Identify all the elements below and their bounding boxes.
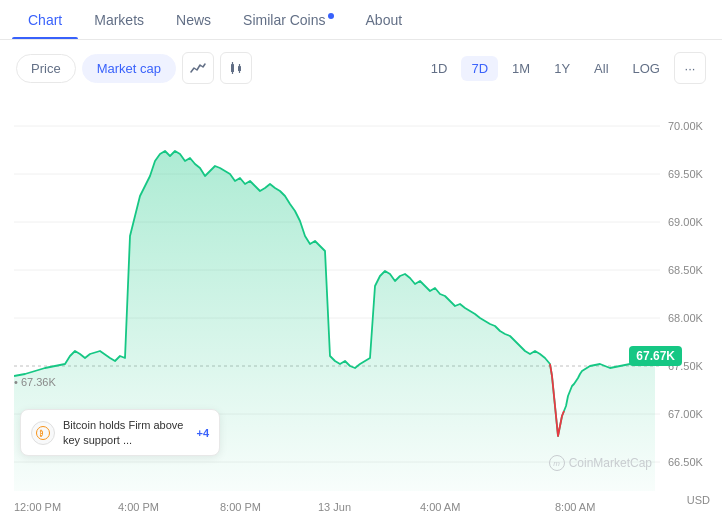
svg-text:66.50K: 66.50K <box>668 456 704 468</box>
tab-chart[interactable]: Chart <box>12 2 78 38</box>
svg-text:4:00 AM: 4:00 AM <box>420 501 460 513</box>
svg-text:• 67.36K: • 67.36K <box>14 376 56 388</box>
toolbar: Price Market cap 1D 7D 1M 1Y All LOG ··· <box>0 40 722 96</box>
candle-chart-icon <box>228 60 244 76</box>
7d-button[interactable]: 7D <box>461 56 498 81</box>
chart-svg-container: 70.00K 69.50K 69.00K 68.50K 68.00K 67.50… <box>0 96 722 516</box>
candle-chart-button[interactable] <box>220 52 252 84</box>
cmc-logo: m <box>549 455 565 471</box>
svg-text:4:00 PM: 4:00 PM <box>118 501 159 513</box>
more-icon: ··· <box>685 61 696 76</box>
svg-rect-0 <box>231 64 234 72</box>
1d-button[interactable]: 1D <box>421 56 458 81</box>
svg-text:70.00K: 70.00K <box>668 120 704 132</box>
more-options-button[interactable]: ··· <box>674 52 706 84</box>
svg-text:13 Jun: 13 Jun <box>318 501 351 513</box>
watermark-text: CoinMarketCap <box>569 456 652 470</box>
line-chart-button[interactable] <box>182 52 214 84</box>
svg-text:8:00 PM: 8:00 PM <box>220 501 261 513</box>
line-chart-icon <box>190 60 206 76</box>
svg-text:68.00K: 68.00K <box>668 312 704 324</box>
current-price-label: 67.67K <box>629 346 682 366</box>
svg-rect-3 <box>238 66 241 71</box>
price-button[interactable]: Price <box>16 54 76 83</box>
svg-text:68.50K: 68.50K <box>668 264 704 276</box>
market-cap-button[interactable]: Market cap <box>82 54 176 83</box>
svg-point-30 <box>37 426 50 439</box>
news-card[interactable]: ₿ Bitcoin holds Firm above key support .… <box>20 409 220 456</box>
svg-text:69.50K: 69.50K <box>668 168 704 180</box>
tab-similar-coins[interactable]: Similar Coins <box>227 2 349 38</box>
1m-button[interactable]: 1M <box>502 56 540 81</box>
log-button[interactable]: LOG <box>623 56 670 81</box>
svg-text:69.00K: 69.00K <box>668 216 704 228</box>
all-button[interactable]: All <box>584 56 618 81</box>
svg-text:67.00K: 67.00K <box>668 408 704 420</box>
svg-text:₿: ₿ <box>39 429 43 437</box>
toolbar-right: 1D 7D 1M 1Y All LOG ··· <box>421 52 706 84</box>
tab-markets[interactable]: Markets <box>78 2 160 38</box>
news-icon: ₿ <box>31 421 55 445</box>
svg-text:12:00 PM: 12:00 PM <box>14 501 61 513</box>
nav-tabs: Chart Markets News Similar Coins About <box>0 0 722 40</box>
tab-about[interactable]: About <box>350 2 419 38</box>
tab-news[interactable]: News <box>160 2 227 38</box>
bitcoin-icon: ₿ <box>36 426 50 440</box>
chart-area: 70.00K 69.50K 69.00K 68.50K 68.00K 67.50… <box>0 96 722 516</box>
news-headline: Bitcoin holds Firm above key support ... <box>63 418 188 447</box>
svg-text:8:00 AM: 8:00 AM <box>555 501 595 513</box>
toolbar-left: Price Market cap <box>16 52 252 84</box>
coinmarketcap-watermark: m CoinMarketCap <box>549 455 652 471</box>
news-count: +4 <box>196 427 209 439</box>
1y-button[interactable]: 1Y <box>544 56 580 81</box>
usd-label: USD <box>687 494 710 506</box>
similar-coins-badge <box>328 13 334 19</box>
